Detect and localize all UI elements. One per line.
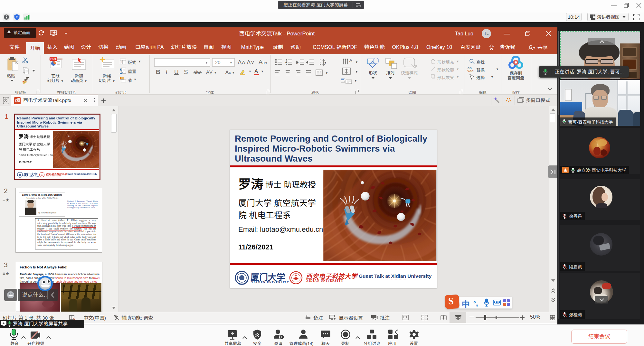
svg-text:A: A (349, 58, 352, 63)
svg-text:P: P (15, 98, 18, 103)
svg-text:XIAMEN: XIAMEN (239, 284, 245, 285)
svg-text:HOT: HOT (51, 57, 57, 61)
